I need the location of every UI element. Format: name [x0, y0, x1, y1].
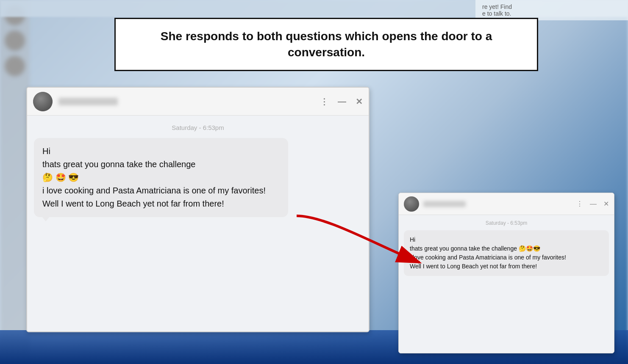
avatar-large: [33, 92, 53, 111]
avatar-small: [404, 196, 419, 212]
annotation-box: She responds to both questions which ope…: [114, 18, 538, 71]
minimize-icon-large[interactable]: —: [338, 97, 346, 106]
more-icon-small[interactable]: ⋮: [576, 200, 583, 208]
chat-body-large: Saturday - 6:53pm Hi thats great you gon…: [27, 116, 369, 331]
chat-window-large: ⋮ — ✕ Saturday - 6:53pm Hi thats great y…: [26, 87, 370, 332]
msg-line1-small: Hi: [410, 235, 603, 244]
msg-line3-large: i love cooking and Pasta Amatriciana is …: [42, 184, 280, 197]
msg-line2-large: thats great you gonna take the challenge: [42, 158, 280, 171]
close-icon-small[interactable]: ✕: [603, 200, 609, 208]
msg-line3-small: i love cooking and Pasta Amatriciana is …: [410, 253, 603, 262]
header-icons-large: ⋮ — ✕: [320, 97, 363, 107]
chat-header-small: ⋮ — ✕: [399, 193, 614, 215]
chat-window-small: ⋮ — ✕ Saturday - 6:53pm Hi thats great y…: [398, 193, 614, 353]
timestamp-small: Saturday - 6:53pm: [404, 220, 609, 226]
partial-line2: e to talk to.: [482, 10, 621, 17]
msg-line4-large: Well I went to Long Beach yet not far fr…: [42, 197, 280, 210]
timestamp-large: Saturday - 6:53pm: [34, 124, 362, 131]
partial-line1: re yet! Find: [482, 3, 621, 10]
sidebar: [0, 0, 30, 364]
message-bubble-large: Hi thats great you gonna take the challe…: [34, 138, 288, 217]
username-large: [58, 98, 118, 105]
close-icon-large[interactable]: ✕: [356, 97, 363, 107]
avatar-image-large: [33, 92, 53, 111]
annotation-text: She responds to both questions which ope…: [128, 28, 524, 61]
msg-line4-small: Well I went to Long Beach yet not far fr…: [410, 262, 603, 271]
username-small: [423, 201, 466, 207]
msg-line2-text-large: thats great you gonna take the challenge: [42, 160, 195, 169]
msg-line2-small: thats great you gonna take the challenge…: [410, 244, 603, 253]
header-icons-small: ⋮ — ✕: [576, 200, 609, 208]
msg-emojis-large: 🤔 🤩 😎: [42, 171, 280, 184]
sidebar-avatar-2: [5, 30, 25, 51]
sidebar-avatar-3: [5, 56, 25, 76]
chat-header-large: ⋮ — ✕: [27, 88, 369, 116]
minimize-icon-small[interactable]: —: [590, 200, 597, 208]
message-bubble-small: Hi thats great you gonna take the challe…: [404, 230, 609, 276]
top-right-partial-text: re yet! Find e to talk to.: [475, 0, 628, 20]
chat-body-small: Saturday - 6:53pm Hi thats great you gon…: [399, 215, 614, 353]
more-icon-large[interactable]: ⋮: [320, 97, 328, 107]
msg-line1-large: Hi: [42, 145, 280, 158]
